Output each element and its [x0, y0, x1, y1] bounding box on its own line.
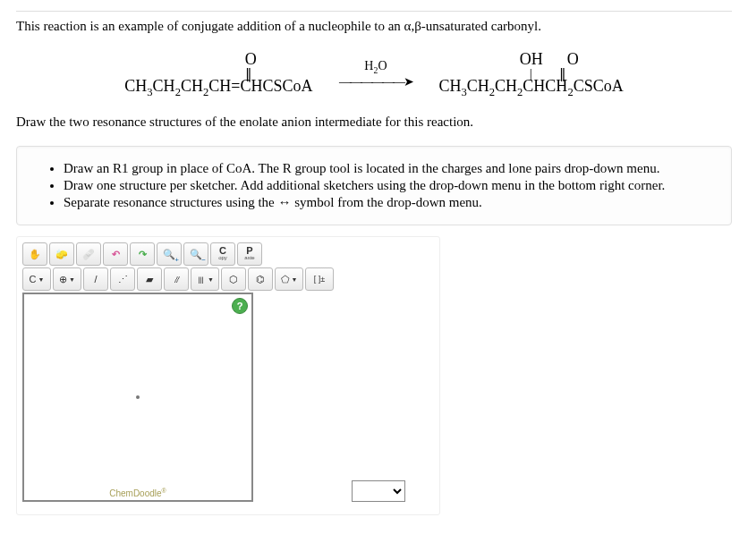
- problem-intro: This reaction is an example of conjugate…: [16, 19, 732, 34]
- help-button[interactable]: ?: [232, 298, 248, 314]
- toolbar-row-1: ✋ 🧽 🩹 ↶ ↷ 🔍+ 🔍− C opy P aste: [22, 242, 434, 266]
- hexagon-icon: ⬡: [229, 274, 238, 285]
- clear-icon: 🧽: [55, 249, 68, 260]
- sketcher-canvas[interactable]: ? ChemDoodle®: [22, 293, 253, 502]
- undo-icon: ↶: [112, 249, 120, 260]
- start-atom-dot[interactable]: [136, 395, 140, 399]
- erase-button[interactable]: 🩹: [76, 242, 101, 266]
- top-divider: [16, 11, 732, 12]
- hexagon-ring-button[interactable]: ⬡: [221, 267, 246, 291]
- benzene-ring-button[interactable]: ⌬: [248, 267, 273, 291]
- bracket-icon: [ ]±: [314, 275, 325, 284]
- zoom-in-icon: 🔍: [163, 249, 175, 260]
- redo-icon: ↷: [139, 249, 147, 260]
- dotted-bond-icon: ⋰: [118, 274, 128, 285]
- chevron-down-icon: ▼: [208, 276, 214, 283]
- sketcher-workspace: ✋ 🧽 🩹 ↶ ↷ 🔍+ 🔍− C opy P aste C▼ ⊕▼ / ⋰ ▰…: [16, 236, 440, 515]
- charge-menu-button[interactable]: ⊕▼: [53, 267, 81, 291]
- zoom-out-button[interactable]: 🔍−: [183, 242, 208, 266]
- instruction-item: Draw one structure per sketcher. Add add…: [64, 178, 718, 193]
- dotted-bond-button[interactable]: ⋰: [110, 267, 135, 291]
- benzene-icon: ⌬: [256, 274, 265, 285]
- hand-tool-button[interactable]: ✋: [22, 242, 47, 266]
- reaction-arrow: H2O ――――――➤: [339, 60, 412, 89]
- add-sketcher-select[interactable]: [352, 480, 405, 502]
- chevron-down-icon: ▼: [38, 276, 45, 283]
- problem-prompt: Draw the two resonance structures of the…: [16, 115, 732, 130]
- clear-button[interactable]: 🧽: [49, 242, 74, 266]
- reactant: O ‖ CH3CH2CH2CH=CHCSCoA: [124, 50, 312, 98]
- redo-button[interactable]: ↷: [130, 242, 155, 266]
- chevron-down-icon: ▼: [69, 276, 75, 283]
- chevron-down-icon: ▼: [292, 276, 298, 283]
- double-bond-icon: ⫽: [172, 274, 182, 284]
- hand-icon: ✋: [29, 249, 41, 260]
- undo-button[interactable]: ↶: [103, 242, 128, 266]
- chemdoodle-watermark: ChemDoodle®: [109, 488, 166, 498]
- paste-button[interactable]: P aste: [237, 242, 262, 266]
- instruction-item: Draw an R1 group in place of CoA. The R …: [64, 161, 718, 176]
- pentagon-icon: ⬠: [281, 274, 290, 285]
- bracket-button[interactable]: [ ]±: [305, 267, 334, 291]
- erase-icon: 🩹: [82, 249, 95, 260]
- copy-button[interactable]: C opy: [210, 242, 235, 266]
- instruction-item: Separate resonance structures using the …: [64, 195, 718, 210]
- single-bond-button[interactable]: /: [83, 267, 108, 291]
- triple-bond-icon: ⫼: [196, 274, 206, 284]
- wedge-bond-button[interactable]: ▰: [137, 267, 162, 291]
- zoom-out-icon: 🔍: [190, 249, 202, 260]
- product: OH O | ‖ CH3CH2CH2CHCH2CSCoA: [438, 50, 623, 98]
- instructions-box: Draw an R1 group in place of CoA. The R …: [16, 146, 732, 225]
- charge-icon: ⊕: [59, 274, 67, 285]
- double-bond-button[interactable]: ⫽: [164, 267, 189, 291]
- ring-menu-button[interactable]: ⬠▼: [275, 267, 303, 291]
- atom-picker-button[interactable]: C▼: [22, 267, 51, 291]
- single-bond-icon: /: [94, 274, 97, 284]
- reaction-scheme: O ‖ CH3CH2CH2CH=CHCSCoA H2O ――――――➤ OH O…: [16, 50, 732, 98]
- zoom-in-button[interactable]: 🔍+: [157, 242, 182, 266]
- bond-menu-button[interactable]: ⫼▼: [191, 267, 219, 291]
- toolbar-row-2: C▼ ⊕▼ / ⋰ ▰ ⫽ ⫼▼ ⬡ ⌬ ⬠▼ [ ]±: [22, 267, 434, 291]
- wedge-icon: ▰: [146, 274, 153, 285]
